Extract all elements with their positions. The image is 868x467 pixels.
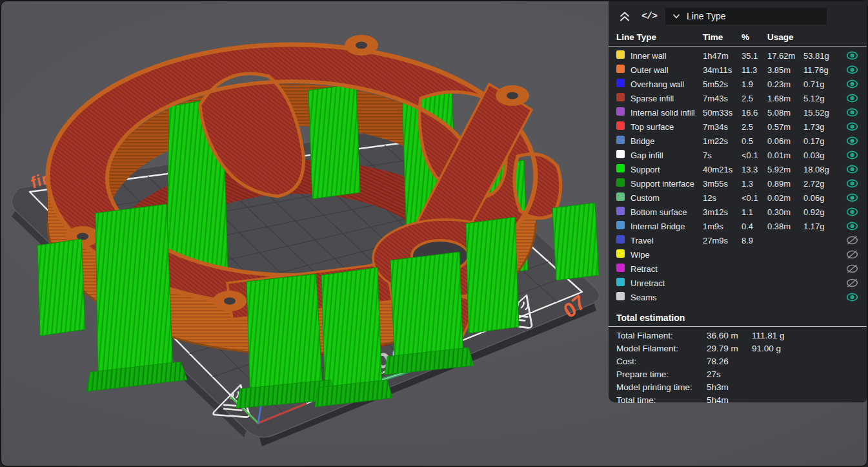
line-type-label: Travel — [631, 236, 703, 245]
visibility-toggle[interactable] — [846, 207, 859, 216]
totals-divider — [609, 326, 867, 327]
line-type-row: Internal solid infill50m33s16.65.08m15.5… — [616, 105, 859, 119]
gcode-view-button[interactable]: </> — [641, 8, 658, 24]
color-swatch — [616, 50, 625, 59]
time-value: 7s — [703, 150, 742, 160]
visibility-toggle[interactable] — [846, 108, 859, 117]
weight-value: 15.52g — [803, 108, 840, 118]
line-type-row: Bottom surface3m12s1.10.30m0.92g — [616, 205, 859, 219]
color-swatch — [616, 207, 625, 215]
line-type-label: Bridge — [631, 136, 703, 146]
total-label: Model printing time: — [616, 382, 707, 392]
length-value: 0.38m — [767, 222, 803, 231]
visibility-toggle[interactable] — [846, 193, 859, 202]
line-type-label: Wipe — [631, 250, 703, 260]
gcode-icon: </> — [641, 11, 657, 22]
total-value-1: 5h4m — [707, 395, 752, 405]
time-value: 12s — [703, 193, 742, 203]
percent-value: <0.1 — [742, 150, 767, 160]
color-swatch — [616, 79, 625, 87]
length-value: 17.62m — [767, 51, 803, 61]
weight-value: 0.06g — [803, 193, 840, 203]
legend-panel: </> Line Type Line Type Time % Usage Inn… — [609, 1, 867, 402]
percent-value: 0.4 — [742, 222, 767, 231]
percent-value: 35.1 — [742, 51, 767, 61]
column-header-usage: Usage — [767, 32, 840, 42]
time-value: 1h47m — [703, 51, 742, 61]
line-type-row: Inner wall1h47m35.117.62m53.81g — [616, 48, 859, 63]
visibility-toggle[interactable] — [846, 79, 859, 88]
color-swatch — [616, 65, 625, 73]
line-type-row: Seams — [616, 290, 859, 304]
visibility-toggle[interactable] — [846, 51, 859, 60]
collapse-panel-button[interactable] — [616, 8, 633, 24]
visibility-toggle[interactable] — [846, 150, 859, 160]
eye-closed-icon — [846, 278, 858, 287]
length-value: 0.01m — [767, 150, 803, 160]
color-swatch — [616, 292, 625, 300]
line-type-label: Sparse infill — [631, 94, 703, 103]
color-swatch — [616, 107, 625, 116]
length-value: 0.57m — [767, 122, 803, 132]
line-type-label: Internal Bridge — [631, 222, 703, 231]
totals-table: Total Filament:36.60 m111.81 gModel Fila… — [616, 329, 859, 406]
percent-value: 0.5 — [742, 136, 767, 146]
legend-panel-header: </> Line Type — [616, 6, 859, 26]
total-row: Total time:5h4m — [616, 393, 859, 406]
color-swatch — [616, 235, 625, 244]
line-type-row: Overhang wall5m52s1.90.23m0.71g — [616, 77, 859, 91]
total-row: Model Filament:29.79 m91.00 g — [616, 342, 859, 355]
line-type-row: Gap infill7s<0.10.01m0.03g — [616, 148, 859, 162]
color-swatch — [616, 150, 625, 158]
column-header-time: Time — [703, 32, 742, 42]
eye-open-icon — [846, 65, 858, 74]
eye-open-icon — [846, 136, 858, 145]
line-type-label: Internal solid infill — [631, 108, 703, 118]
visibility-toggle[interactable] — [846, 293, 859, 302]
line-type-row: Custom12s<0.10.02m0.06g — [616, 191, 859, 205]
column-header-line-type: Line Type — [616, 32, 703, 42]
view-type-value: Line Type — [687, 11, 725, 21]
color-swatch — [616, 178, 625, 187]
color-swatch — [616, 164, 625, 172]
view-type-select[interactable]: Line Type — [665, 8, 827, 25]
line-type-label: Inner wall — [631, 51, 703, 61]
line-type-row: Top surface7m34s2.50.57m1.73g — [616, 119, 859, 134]
eye-open-icon — [846, 193, 858, 202]
visibility-toggle[interactable] — [846, 65, 859, 74]
visibility-toggle[interactable] — [846, 136, 859, 145]
length-value: 5.08m — [767, 108, 803, 118]
length-value: 0.23m — [767, 79, 803, 89]
percent-value: 1.9 — [742, 79, 767, 89]
total-value-1: 27s — [707, 369, 752, 379]
visibility-toggle[interactable] — [846, 179, 859, 188]
eye-open-icon — [846, 51, 858, 60]
visibility-toggle[interactable] — [846, 122, 859, 131]
visibility-toggle[interactable] — [846, 94, 859, 103]
total-value-1: 36.60 m — [707, 331, 752, 340]
line-type-label: Top surface — [631, 122, 703, 132]
total-value-1: 29.79 m — [707, 344, 752, 353]
weight-value: 2.72g — [803, 179, 840, 189]
totals-title: Total estimation — [616, 310, 859, 326]
visibility-toggle[interactable] — [846, 165, 859, 174]
total-label: Prepare time: — [616, 369, 707, 379]
visibility-toggle[interactable] — [846, 278, 859, 287]
length-value: 0.06m — [767, 136, 803, 146]
time-value: 7m34s — [703, 122, 742, 132]
visibility-toggle[interactable] — [846, 250, 859, 259]
length-value: 0.02m — [767, 193, 803, 203]
weight-value: 1.73g — [803, 122, 840, 132]
visibility-toggle[interactable] — [846, 264, 859, 273]
color-swatch — [616, 221, 625, 229]
line-type-label: Overhang wall — [631, 79, 703, 89]
line-type-row: Retract — [616, 262, 859, 276]
time-value: 7m43s — [703, 94, 742, 103]
visibility-toggle[interactable] — [846, 236, 859, 245]
total-row: Model printing time:5h3m — [616, 380, 859, 393]
eye-open-icon — [846, 150, 858, 160]
visibility-toggle[interactable] — [846, 222, 859, 231]
total-value-2: 91.00 g — [752, 344, 859, 353]
chevrons-up-icon — [618, 10, 631, 23]
line-type-label: Support — [631, 165, 703, 174]
